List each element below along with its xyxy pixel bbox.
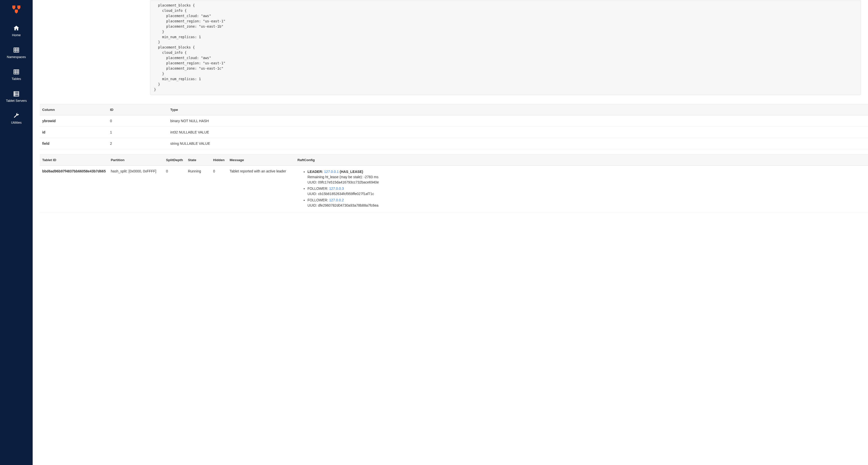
column-id: 1 [107, 126, 168, 138]
sidebar-item-utilities[interactable]: Utilities [11, 112, 22, 124]
col-header-message: Message [227, 154, 295, 165]
table-header-row: Column ID Type [40, 104, 868, 115]
raft-uuid: UUID: dfe2960782d04730a93a78b88a7fc6ea [307, 203, 866, 208]
sidebar-item-namespaces[interactable]: Namespaces [7, 47, 26, 59]
tablets-table: Tablet ID Partition SplitDepth State Hid… [40, 154, 868, 213]
sidebar-item-label: Tablet Servers [6, 99, 27, 103]
raft-lease-suffix: (HAS_LEASE) [339, 170, 363, 174]
home-icon [13, 25, 20, 32]
raft-config: LEADER: 127.0.0.1 (HAS_LEASE)Remaining h… [295, 165, 868, 213]
col-header-partition: Partition [108, 154, 163, 165]
col-header-raftconfig: RaftConfig [295, 154, 868, 165]
sidebar-item-label: Tables [11, 77, 21, 81]
raft-peer-link[interactable]: 127.0.0.2 [329, 198, 344, 202]
wrench-icon [13, 112, 20, 119]
raft-role: FOLLOWER: [307, 186, 329, 191]
raft-member: FOLLOWER: 127.0.0.3UUID: cb15b81852634fc… [307, 186, 866, 197]
raft-role: LEADER: [307, 170, 324, 174]
partition: hash_split: [0x0000, 0xFFFF] [108, 165, 163, 213]
app-logo-icon [11, 4, 21, 14]
replication-config-code: placement_blocks { cloud_info { placemen… [150, 0, 861, 95]
table-row: ybrowid0binary NOT NULL HASH [40, 115, 868, 126]
svg-rect-0 [14, 48, 19, 52]
state: Running [185, 165, 211, 213]
table-header-row: Tablet ID Partition SplitDepth State Hid… [40, 154, 868, 165]
sidebar-item-home[interactable]: Home [12, 25, 21, 37]
col-header-id: ID [107, 104, 168, 115]
col-header-type: Type [168, 104, 868, 115]
sidebar-item-label: Home [12, 33, 21, 37]
raft-peer-link[interactable]: 127.0.0.1 [324, 170, 339, 174]
table-icon [13, 47, 20, 54]
raft-uuid: UUID: 09fc17e515da416793cc732bace6940e [307, 180, 866, 185]
hidden: 0 [211, 165, 227, 213]
column-type: binary NOT NULL HASH [168, 115, 868, 126]
raft-lease-remaining: Remaining ht_lease (may be stale): -2783… [307, 174, 866, 180]
column-name: ybrowid [40, 115, 107, 126]
table-row: bbd6ad96b97f4837bb66058e43b7d665hash_spl… [40, 165, 868, 213]
sidebar-item-label: Namespaces [7, 55, 26, 59]
message: Tablet reported with an active leader [227, 165, 295, 213]
svg-rect-5 [14, 69, 19, 74]
column-type: int32 NULLABLE VALUE [168, 126, 868, 138]
column-type: string NULLABLE VALUE [168, 138, 868, 149]
col-header-splitdepth: SplitDepth [163, 154, 186, 165]
raft-member: FOLLOWER: 127.0.0.2UUID: dfe2960782d0473… [307, 198, 866, 208]
col-header-tablet-id: Tablet ID [40, 154, 108, 165]
raft-role: FOLLOWER: [307, 198, 329, 202]
col-header-hidden: Hidden [211, 154, 227, 165]
split-depth: 0 [163, 165, 186, 213]
sidebar-item-tablet-servers[interactable]: Tablet Servers [6, 90, 27, 103]
main-content: placement_blocks { cloud_info { placemen… [33, 0, 868, 465]
column-id: 0 [107, 115, 168, 126]
svg-point-14 [14, 94, 15, 94]
raft-peer-link[interactable]: 127.0.0.3 [329, 186, 344, 191]
server-icon [13, 90, 20, 97]
tablet-id: bbd6ad96b97f4837bb66058e43b7d665 [40, 165, 108, 213]
raft-uuid: UUID: cb15b81852634fcf959ffe027f1af71c [307, 191, 866, 197]
sidebar-item-tables[interactable]: Tables [11, 68, 21, 81]
sidebar-item-label: Utilities [11, 121, 22, 124]
table-icon [13, 68, 20, 76]
table-row: field2string NULLABLE VALUE [40, 138, 868, 149]
columns-table: Column ID Type ybrowid0binary NOT NULL H… [40, 104, 868, 149]
table-row: id1int32 NULLABLE VALUE [40, 126, 868, 138]
raft-member: LEADER: 127.0.0.1 (HAS_LEASE)Remaining h… [307, 169, 866, 185]
column-name: field [40, 138, 107, 149]
sidebar: Home Namespaces Tables Tablet Servers Ut [0, 0, 33, 465]
column-name: id [40, 126, 107, 138]
col-header-column: Column [40, 104, 107, 115]
svg-point-13 [14, 92, 15, 92]
col-header-state: State [185, 154, 211, 165]
column-id: 2 [107, 138, 168, 149]
